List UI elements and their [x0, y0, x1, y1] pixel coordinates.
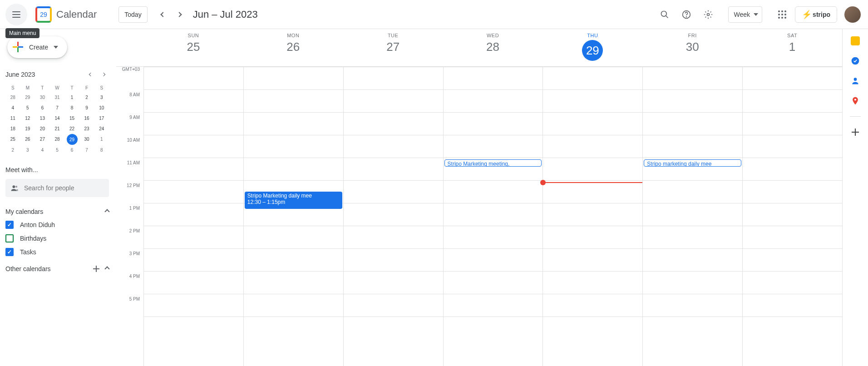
mini-day[interactable]: 3	[20, 145, 35, 155]
mini-day[interactable]: 28	[5, 92, 20, 103]
mini-day[interactable]: 1	[64, 92, 79, 103]
calendar-item[interactable]: Birthdays	[5, 234, 109, 242]
event-time: 12:30 – 1:15pm	[247, 199, 340, 205]
mini-day[interactable]: 4	[5, 103, 20, 113]
mini-day[interactable]: 3	[94, 92, 109, 103]
mini-day[interactable]: 15	[64, 113, 79, 124]
view-selector[interactable]: Week	[728, 6, 763, 23]
calendar-event[interactable]: Stripo Marketing meeting,	[444, 159, 542, 167]
day-column[interactable]	[742, 67, 842, 366]
mini-day[interactable]: 17	[94, 113, 109, 124]
mini-day[interactable]: 8	[64, 103, 79, 113]
mini-prev-month[interactable]	[85, 69, 96, 80]
calendar-logo-icon: 29	[35, 6, 52, 23]
create-label: Create	[29, 44, 48, 51]
day-column[interactable]	[143, 67, 243, 366]
mini-day[interactable]: 29	[67, 134, 78, 145]
mini-day[interactable]: 24	[94, 124, 109, 134]
day-of-week: TUE	[343, 33, 443, 38]
mini-day[interactable]: 2	[5, 145, 20, 155]
mini-day[interactable]: 2	[79, 92, 94, 103]
next-week-button[interactable]	[171, 6, 187, 23]
mini-day[interactable]: 31	[50, 92, 65, 103]
mini-day[interactable]: 30	[35, 92, 50, 103]
mini-day[interactable]: 19	[20, 124, 35, 134]
add-panel-button[interactable]	[851, 128, 860, 137]
today-button[interactable]: Today	[118, 6, 147, 23]
calendar-item[interactable]: Anton Diduh	[5, 221, 109, 229]
day-column[interactable]	[343, 67, 443, 366]
settings-button[interactable]	[699, 5, 717, 24]
mini-day[interactable]: 29	[20, 92, 35, 103]
day-header[interactable]: SUN25	[143, 29, 243, 66]
day-header[interactable]: THU29	[542, 29, 642, 66]
account-avatar[interactable]	[844, 6, 861, 23]
other-calendars-title: Other calendars	[5, 265, 51, 272]
mini-day[interactable]: 8	[94, 145, 109, 155]
mini-day[interactable]: 6	[64, 145, 79, 155]
google-apps-button[interactable]	[773, 5, 791, 24]
tasks-icon[interactable]	[851, 56, 860, 65]
help-button[interactable]	[677, 5, 695, 24]
plus-icon	[13, 42, 24, 53]
mini-day[interactable]: 27	[35, 134, 50, 145]
calendar-checkbox[interactable]	[5, 221, 14, 229]
mini-day[interactable]: 20	[35, 124, 50, 134]
chevron-up-icon[interactable]	[104, 209, 109, 214]
mini-day[interactable]: 14	[50, 113, 65, 124]
mini-day[interactable]: 4	[35, 145, 50, 155]
chevron-up-icon[interactable]	[104, 266, 109, 271]
calendar-logo[interactable]: 29	[35, 5, 53, 24]
mini-day[interactable]: 28	[50, 134, 65, 145]
contacts-icon[interactable]	[851, 76, 860, 85]
maps-icon[interactable]	[851, 96, 860, 105]
search-people-input[interactable]	[24, 184, 104, 192]
mini-day[interactable]: 21	[50, 124, 65, 134]
calendar-checkbox[interactable]	[5, 248, 14, 256]
mini-next-month[interactable]	[98, 69, 109, 80]
mini-day[interactable]: 12	[20, 113, 35, 124]
day-header[interactable]: TUE27	[343, 29, 443, 66]
mini-day[interactable]: 1	[94, 134, 109, 145]
mini-day[interactable]: 5	[20, 103, 35, 113]
day-column[interactable]: Stripo Marketing daily mee12:30 – 1:15pm	[243, 67, 343, 366]
mini-day[interactable]: 26	[20, 134, 35, 145]
calendar-event[interactable]: Stripo Marketing daily mee12:30 – 1:15pm	[245, 192, 342, 209]
mini-day[interactable]: 23	[79, 124, 94, 134]
day-header[interactable]: SAT1	[742, 29, 842, 66]
mini-day[interactable]: 7	[79, 145, 94, 155]
mini-day[interactable]: 18	[5, 124, 20, 134]
mini-day[interactable]: 16	[79, 113, 94, 124]
mini-day[interactable]: 22	[64, 124, 79, 134]
prev-week-button[interactable]	[155, 6, 171, 23]
calendar-item[interactable]: Tasks	[5, 248, 109, 256]
mini-day[interactable]: 7	[50, 103, 65, 113]
day-of-week: FRI	[642, 33, 742, 38]
add-calendar-button[interactable]	[93, 265, 100, 272]
day-header[interactable]: FRI30	[642, 29, 742, 66]
day-column[interactable]: Stripo marketing daily mee	[642, 67, 742, 366]
stripo-extension-button[interactable]: ⚡ stripo	[795, 6, 837, 23]
mini-day[interactable]: 9	[79, 103, 94, 113]
mini-day[interactable]: 10	[94, 103, 109, 113]
mini-day[interactable]: 13	[35, 113, 50, 124]
create-button[interactable]: Create	[7, 36, 67, 58]
mini-day[interactable]: 6	[35, 103, 50, 113]
mini-dow: W	[50, 84, 65, 92]
day-header[interactable]: WED28	[443, 29, 543, 66]
main-menu-button[interactable]	[5, 4, 27, 25]
search-people-box[interactable]	[5, 179, 109, 197]
mini-day[interactable]: 30	[79, 134, 94, 145]
calendar-checkbox[interactable]	[5, 234, 14, 242]
time-grid[interactable]: GMT+03 8 AM9 AM10 AM11 AM12 PM1 PM2 PM3 …	[116, 67, 842, 366]
day-column[interactable]: Stripo Marketing meeting,	[443, 67, 543, 366]
mini-day[interactable]: 5	[50, 145, 65, 155]
keep-icon[interactable]	[851, 36, 860, 45]
mini-day[interactable]: 25	[5, 134, 20, 145]
day-column[interactable]	[542, 67, 642, 366]
calendar-event[interactable]: Stripo marketing daily mee	[644, 159, 741, 167]
my-calendars-title: My calendars	[5, 208, 43, 215]
search-button[interactable]	[656, 5, 674, 24]
mini-day[interactable]: 11	[5, 113, 20, 124]
day-header[interactable]: MON26	[243, 29, 343, 66]
